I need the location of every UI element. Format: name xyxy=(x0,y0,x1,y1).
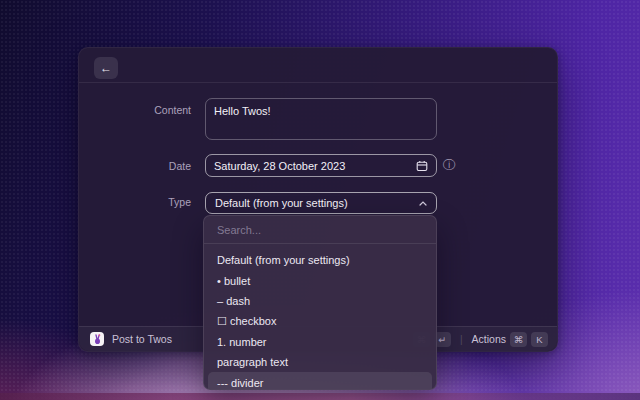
actions-button[interactable]: Actions ⌘ K xyxy=(472,332,548,347)
chevron-up-icon xyxy=(419,201,427,206)
dropdown-item-number[interactable]: 1. number xyxy=(208,332,432,352)
post-button-label: Post to Twos xyxy=(112,333,172,345)
dropdown-items: Default (from your settings) • bullet – … xyxy=(208,250,432,390)
twos-logo-icon xyxy=(90,332,104,346)
dialog-header: ← xyxy=(79,48,557,83)
command-key-icon: ⌘ xyxy=(510,332,527,347)
date-input[interactable]: Saturday, 28 October 2023 xyxy=(205,154,437,177)
dropdown-item-bullet[interactable]: • bullet xyxy=(208,270,432,290)
post-to-twos-button[interactable]: Post to Twos xyxy=(88,330,177,348)
dropdown-item-checkbox[interactable]: ☐ checkbox xyxy=(208,311,432,331)
date-label: Date xyxy=(79,160,191,173)
content-input[interactable]: Hello Twos! xyxy=(205,98,437,140)
type-label: Type xyxy=(79,196,191,209)
back-arrow-icon: ← xyxy=(100,61,112,75)
k-key-icon: K xyxy=(531,332,548,347)
dropdown-item-divider[interactable]: --- divider xyxy=(208,372,432,390)
content-label: Content xyxy=(79,104,191,117)
background-bottom-strip xyxy=(0,393,640,400)
dropdown-item-default[interactable]: Default (from your settings) xyxy=(208,250,432,270)
shortcut-divider: | xyxy=(460,334,463,345)
type-select[interactable]: Default (from your settings) xyxy=(205,192,437,214)
back-button[interactable]: ← xyxy=(94,57,118,79)
actions-label: Actions xyxy=(472,333,506,345)
date-value: Saturday, 28 October 2023 xyxy=(214,160,345,172)
dropdown-search-input[interactable]: Search... xyxy=(204,216,436,244)
calendar-icon[interactable] xyxy=(416,160,428,172)
dropdown-item-paragraph[interactable]: paragraph text xyxy=(208,352,432,372)
date-info-icon[interactable]: ⓘ xyxy=(442,154,456,177)
type-selected-value: Default (from your settings) xyxy=(215,197,348,209)
dropdown-item-dash[interactable]: – dash xyxy=(208,291,432,311)
app-root: ← Content Hello Twos! Date Saturday, 28 … xyxy=(0,0,640,400)
type-dropdown-menu: Search... Default (from your settings) •… xyxy=(203,215,437,390)
